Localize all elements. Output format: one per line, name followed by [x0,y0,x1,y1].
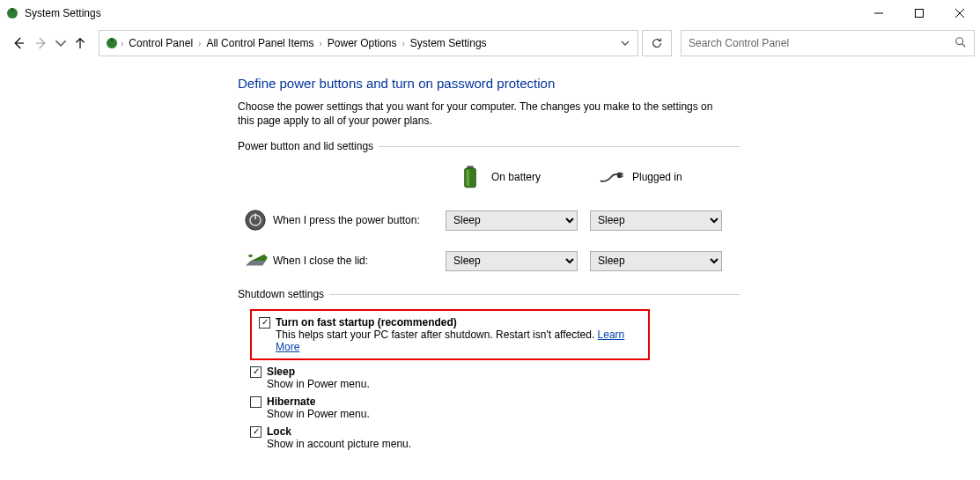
maximize-button[interactable] [899,0,939,26]
column-plugged-in: Plugged in [632,171,682,183]
lid-icon [238,251,273,270]
breadcrumb-item[interactable]: Control Panel [123,33,198,53]
power-button-battery-select[interactable]: Sleep [446,210,578,231]
page-heading: Define power buttons and turn on passwor… [238,76,740,91]
lid-label: When I close the lid: [273,255,446,267]
search-box[interactable] [681,30,975,56]
power-button-icon [238,209,273,232]
lid-plugged-select[interactable]: Sleep [590,251,722,271]
divider [379,146,740,147]
up-button[interactable] [70,33,90,53]
toolbar: › Control Panel › All Control Panel Item… [0,26,980,65]
hibernate-label: Hibernate [267,395,315,408]
search-input[interactable] [689,37,954,49]
plug-icon [599,170,623,184]
power-options-icon [103,36,121,50]
battery-icon [458,166,483,188]
forward-button[interactable] [32,33,51,53]
app-icon [5,6,19,20]
breadcrumb-item[interactable]: All Control Panel Items [201,33,319,53]
fast-startup-label: Turn on fast startup (recommended) [276,316,457,329]
svg-rect-17 [617,173,622,178]
svg-rect-3 [916,10,924,18]
power-button-plugged-select[interactable]: Sleep [590,210,722,231]
breadcrumb-item[interactable]: Power Options [322,33,402,53]
column-on-battery: On battery [491,171,541,183]
lid-battery-select[interactable]: Sleep [446,251,578,271]
refresh-button[interactable] [642,30,672,56]
close-button[interactable] [939,0,980,26]
section-shutdown-header: Shutdown settings [238,288,324,300]
svg-point-11 [956,37,963,44]
search-icon [954,36,967,51]
sleep-desc: Show in Power menu. [250,378,740,390]
fast-startup-highlight: Turn on fast startup (recommended) This … [250,309,650,360]
breadcrumb-item[interactable]: System Settings [405,33,492,53]
divider [329,294,740,295]
window-title: System Settings [25,7,101,19]
page-description: Choose the power settings that you want … [238,100,731,128]
svg-rect-1 [11,8,13,11]
address-bar[interactable]: › Control Panel › All Control Panel Item… [99,30,638,56]
recent-button[interactable] [55,33,67,53]
minimize-button[interactable] [858,0,899,26]
fast-startup-desc: This helps start your PC faster after sh… [276,329,598,341]
sleep-checkbox[interactable] [250,366,262,378]
titlebar: System Settings [0,0,980,26]
hibernate-desc: Show in Power menu. [250,408,740,420]
lock-checkbox[interactable] [250,426,262,438]
section-power-button-header: Power button and lid settings [238,140,373,152]
svg-line-12 [962,43,966,47]
back-button[interactable] [9,33,28,53]
lock-desc: Show in account picture menu. [250,438,740,450]
hibernate-checkbox[interactable] [250,396,262,408]
lock-label: Lock [267,425,291,438]
sleep-label: Sleep [267,366,295,378]
svg-rect-16 [467,170,470,186]
power-button-label: When I press the power button: [273,214,446,226]
fast-startup-checkbox[interactable] [259,317,270,329]
address-dropdown-button[interactable] [616,39,634,48]
svg-rect-10 [111,38,113,41]
